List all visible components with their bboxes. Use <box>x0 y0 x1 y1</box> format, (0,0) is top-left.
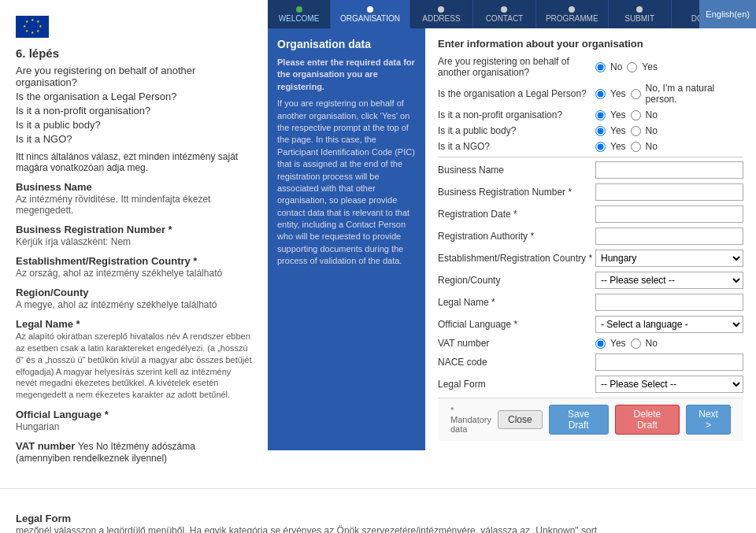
form-sidebar: Organisation data Please enter the requi… <box>268 28 425 450</box>
control-registering-behalf: No Yes <box>595 61 743 72</box>
control-reg-date[interactable] <box>595 205 743 223</box>
label-nace-code: NACE code <box>438 357 595 368</box>
input-business-reg-num[interactable] <box>595 183 743 201</box>
form-sidebar-subtitle: Please enter the required data for the o… <box>277 57 416 93</box>
step-dot-organisation <box>367 6 373 13</box>
input-reg-authority[interactable] <box>595 228 743 245</box>
row-reg-date: Registration Date * <box>438 205 743 223</box>
row-ngo: Is it a NGO? Yes No <box>438 141 743 152</box>
radio-yes-nonprofit[interactable]: Yes <box>595 109 626 120</box>
region-county-label: Region/County <box>16 287 252 298</box>
row-region-county: Region/County -- Please select -- <box>438 272 743 289</box>
nav-label-programme: PROGRAMME <box>546 14 598 23</box>
close-button[interactable]: Close <box>498 410 543 429</box>
radio-no-natural[interactable]: No, I'm a natural person. <box>631 83 743 105</box>
label-legal-person: Is the organisation a Legal Person? <box>438 88 595 99</box>
label-ngo: Is it a NGO? <box>438 141 595 152</box>
control-legal-form[interactable]: -- Please Select -- <box>595 376 743 393</box>
row-public-body: Is it a public body? Yes No <box>438 125 743 136</box>
question-5: Is it a NGO? <box>16 133 252 145</box>
form-main: Enter information about your organisatio… <box>425 28 756 450</box>
control-region-county[interactable]: -- Please select -- <box>595 272 743 289</box>
form-sidebar-title: Organisation data <box>277 38 416 50</box>
row-legal-person: Is the organisation a Legal Person? Yes … <box>438 83 743 105</box>
nav-step-programme[interactable]: PROGRAMME <box>536 0 609 28</box>
official-lang-desc: Hungarian <box>16 421 252 432</box>
row-vat-number: VAT number Yes No <box>438 338 743 349</box>
control-vat-number: Yes No <box>595 338 743 349</box>
radio-no-behalf[interactable]: No <box>595 61 622 72</box>
region-county-desc: A megye, ahol az intézmény székhelye tal… <box>16 299 252 310</box>
select-official-language[interactable]: - Select a language - <box>595 316 743 333</box>
control-nace-code[interactable] <box>595 353 743 371</box>
form-sidebar-body: If you are registering on behalf of anot… <box>277 98 416 267</box>
legal-name-desc: Az alapító okiratban szereplő hivatalos … <box>16 331 252 401</box>
input-legal-name[interactable] <box>595 294 743 311</box>
radio-yes-behalf[interactable]: Yes <box>627 61 658 72</box>
mandatory-note: * Mandatory data <box>450 405 491 434</box>
row-legal-form: Legal Form -- Please Select -- <box>438 376 743 393</box>
nav-bar: WELCOME ORGANISATION ADDRESS CONTACT PRO… <box>268 0 756 28</box>
control-establishment-country[interactable]: Hungary <box>595 250 743 267</box>
save-draft-button[interactable]: Save Draft <box>549 405 609 435</box>
radio-yes-vat[interactable]: Yes <box>595 338 626 349</box>
control-business-reg-num[interactable] <box>595 183 743 201</box>
form-footer: * Mandatory data Close Save Draft Delete… <box>438 398 743 441</box>
label-vat-number: VAT number <box>438 338 595 349</box>
radio-no-nonprofit[interactable]: No <box>631 109 658 120</box>
label-business-name: Business Name <box>438 165 595 176</box>
nav-step-contact[interactable]: CONTACT <box>473 0 536 28</box>
legal-name-label: Legal Name * <box>16 318 252 330</box>
radio-no-vat[interactable]: No <box>631 338 658 349</box>
select-establishment-country[interactable]: Hungary <box>595 250 743 267</box>
label-public-body: Is it a public body? <box>438 125 595 136</box>
radio-no-public[interactable]: No <box>631 125 658 136</box>
control-official-language[interactable]: - Select a language - <box>595 316 743 333</box>
eu-flag-icon: ★ ★ ★ ★ ★ ★ ★ ★ <box>16 16 49 38</box>
control-reg-authority[interactable] <box>595 228 743 245</box>
business-name-label: Business Name <box>16 181 252 193</box>
radio-yes-public[interactable]: Yes <box>595 125 626 136</box>
row-registering-behalf: Are you registering on behalf of another… <box>438 56 743 78</box>
label-legal-name: Legal Name * <box>438 297 595 308</box>
radio-yes-ngo[interactable]: Yes <box>595 141 626 152</box>
official-lang-label: Official Language * <box>16 409 252 420</box>
radio-yes-legal[interactable]: Yes <box>595 88 626 99</box>
control-business-name[interactable] <box>595 161 743 179</box>
form-main-title: Enter information about your organisatio… <box>438 38 743 50</box>
nav-step-address[interactable]: ADDRESS <box>410 0 473 28</box>
row-establishment-country: Establishment/Registration Country * Hun… <box>438 250 743 267</box>
radio-no-ngo[interactable]: No <box>631 141 658 152</box>
row-business-name: Business Name <box>438 161 743 179</box>
legal-form-bottom-label: Legal Form <box>16 513 740 524</box>
form-divider-1 <box>438 157 743 157</box>
step-dot-submit <box>636 6 643 13</box>
next-button[interactable]: Next > <box>686 405 731 435</box>
language-button[interactable]: English(en) <box>699 0 756 28</box>
control-public-body: Yes No <box>595 125 743 136</box>
nav-label-welcome: WELCOME <box>279 14 320 23</box>
control-ngo: Yes No <box>595 141 743 152</box>
row-business-reg-num: Business Registration Number * <box>438 183 743 201</box>
select-legal-form[interactable]: -- Please Select -- <box>595 376 743 393</box>
select-region-county[interactable]: -- Please select -- <box>595 272 743 289</box>
establishment-label: Establishment/Registration Country * <box>16 255 252 267</box>
step-dot-welcome <box>296 6 302 13</box>
input-nace-code[interactable] <box>595 353 743 371</box>
nav-step-organisation[interactable]: ORGANISATION <box>331 0 410 28</box>
step-dot-programme <box>569 6 575 13</box>
control-legal-name[interactable] <box>595 294 743 311</box>
row-nace-code: NACE code <box>438 353 743 371</box>
input-business-name[interactable] <box>595 161 743 179</box>
label-official-language: Official Language * <box>438 319 595 330</box>
nav-step-welcome[interactable]: WELCOME <box>268 0 331 28</box>
vat-label: VAT number Yes No Itézmény adószáma (ame… <box>16 440 252 464</box>
label-reg-date: Registration Date * <box>438 209 595 220</box>
row-reg-authority: Registration Authority * <box>438 228 743 245</box>
delete-draft-button[interactable]: Delete Draft <box>615 405 680 435</box>
input-reg-date[interactable] <box>595 205 743 223</box>
business-reg-label: Business Registration Number * <box>16 224 252 235</box>
nav-step-submit[interactable]: SUBMIT <box>609 0 672 28</box>
nav-label-contact: CONTACT <box>486 14 524 23</box>
label-registering-behalf: Are you registering on behalf of another… <box>438 56 595 78</box>
